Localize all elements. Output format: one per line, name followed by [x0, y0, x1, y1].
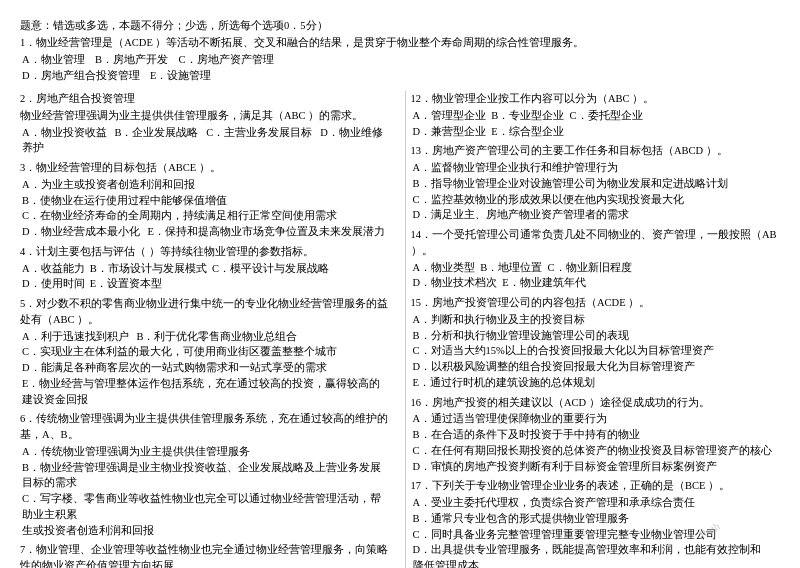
q7-title: 7．物业管理、企业管理等收益性物业也完全通过物业经营管理服务，向策略性的物业资产…	[20, 542, 390, 568]
q15-opts: A．判断和执行物业及主的投资目标 B．分析和执行物业管理设施管理公司的表现 C．…	[411, 312, 781, 391]
q6-title: 6．传统物业管理强调为业主提供供佳管理服务系统，充在通过较高的维护的基，A、B。	[20, 411, 390, 443]
header-q1: 1．物业经营管理是（ACDE ）等活动不断拓展、交叉和融合的结果，是贯穿于物业整…	[20, 35, 780, 52]
q12-title: 12．物业管理企业按工作内容可以分为（ABC ）。	[411, 91, 781, 107]
q1-opt-a: A．物业管理 B．房地产开发 C．房地产资产管理	[22, 54, 274, 65]
q12-block: 12．物业管理企业按工作内容可以分为（ABC ）。 A．管理型企业 B．专业型企…	[411, 91, 781, 139]
q17-block: 17．下列关于专业物业管理企业业务的表述，正确的是（BCE ）。 A．受业主委托…	[411, 478, 781, 568]
q13-opts: A．监督物业管理企业执行和维护管理行为 B．指导物业管理企业对设施管理公司为物业…	[411, 160, 781, 223]
q2-block: 2．房地产组合投资管理 物业经营管理强调为业主提供供佳管理服务，满足其（ABC …	[20, 91, 390, 156]
q1-opts2: D．房地产组合投资管理 E．设施管理	[20, 68, 780, 85]
q6-block: 6．传统物业管理强调为业主提供供佳管理服务系统，充在通过较高的维护的基，A、B。…	[20, 411, 390, 538]
q5-block: 5．对少数不积的零售商业物业进行集中统一的专业化物业经营管理服务的益处有（ABC…	[20, 296, 390, 407]
q12-opts: A．管理型企业 B．专业型企业 C．委托型企业 D．兼营型企业 E．综合型企业	[411, 108, 781, 140]
q6-opts: A．传统物业管理强调为业主提供供佳管理服务 B．物业经营管理强调是业主物业投资收…	[20, 444, 390, 539]
q4-opts: A．收益能力 B．市场设计与发展模式 C．模平设计与发展战略 D．使用时间 E．…	[20, 261, 390, 293]
q17-opts: A．受业主委托代理权，负责综合资产管理和承承综合责任 B．通常只专业包含的形式提…	[411, 495, 781, 568]
q13-block: 13．房地产资产管理公司的主要工作任务和目标包括（ABCD ）。 A．监督物业管…	[411, 143, 781, 223]
q15-block: 15．房地产投资管理公司的内容包括（ACDE ）。 A．判断和执行物业及主的投资…	[411, 295, 781, 391]
q1-title: 1．物业经营管理是（ACDE ）等活动不断拓展、交叉和融合的结果，是贯穿于物业整…	[20, 37, 584, 48]
q13-title: 13．房地产资产管理公司的主要工作任务和目标包括（ABCD ）。	[411, 143, 781, 159]
q2-sub: 物业经营管理强调为业主提供供佳管理服务，满足其（ABC ）的需求。	[20, 108, 390, 124]
page: 题意：错选或多选，本题不得分；少选，所选每个选项0．5分） 1．物业经营管理是（…	[0, 0, 800, 568]
q1-opt-d: D．房地产组合投资管理 E．设施管理	[22, 70, 212, 81]
q5-opts: A．利于迅速找到积户 B．利于优化零售商业物业总组合 C．实现业主在体利益的最大…	[20, 329, 390, 408]
header: 题意：错选或多选，本题不得分；少选，所选每个选项0．5分） 1．物业经营管理是（…	[20, 18, 780, 85]
q14-block: 14．一个受托管理公司通常负责几处不同物业的、资产管理，一般按照（AB ）。 A…	[411, 227, 781, 291]
q4-title: 4．计划主要包括与评估（ ）等持续往物业管理的参数指标。	[20, 244, 390, 260]
q3-block: 3．物业经营管理的目标包括（ABCE ）。 A．为业主或投资者创造利润和回报 B…	[20, 160, 390, 240]
q3-opts: A．为业主或投资者创造利润和回报 B．使物业在运行使用过程中能够保值增值 C．在…	[20, 177, 390, 240]
q2-opts: A．物业投资收益 B．企业发展战略 C．主营业务发展目标 D．物业维修养护	[20, 125, 390, 157]
q5-title: 5．对少数不积的零售商业物业进行集中统一的专业化物业经营管理服务的益处有（ABC…	[20, 296, 390, 328]
q16-block: 16．房地产投资的相关建议以（ACD ）途径促成成功的行为。 A．通过适当管理使…	[411, 395, 781, 475]
col-right: 12．物业管理企业按工作内容可以分为（ABC ）。 A．管理型企业 B．专业型企…	[405, 91, 781, 568]
q17-title: 17．下列关于专业物业管理企业业务的表述，正确的是（BCE ）。	[411, 478, 781, 494]
q16-opts: A．通过适当管理使保障物业的重要行为 B．在合适的条件下及时投资于手中持有的物业…	[411, 411, 781, 474]
q2-title: 2．房地产组合投资管理	[20, 91, 390, 107]
q16-title: 16．房地产投资的相关建议以（ACD ）途径促成成功的行为。	[411, 395, 781, 411]
q1-opts: A．物业管理 B．房地产开发 C．房地产资产管理	[20, 52, 780, 69]
header-line1: 题意：错选或多选，本题不得分；少选，所选每个选项0．5分）	[20, 18, 780, 35]
q3-title: 3．物业经营管理的目标包括（ABCE ）。	[20, 160, 390, 176]
q14-title: 14．一个受托管理公司通常负责几处不同物业的、资产管理，一般按照（AB ）。	[411, 227, 781, 259]
q7-block: 7．物业管理、企业管理等收益性物业也完全通过物业经营管理服务，向策略性的物业资产…	[20, 542, 390, 568]
content: 2．房地产组合投资管理 物业经营管理强调为业主提供供佳管理服务，满足其（ABC …	[20, 91, 780, 568]
q4-block: 4．计划主要包括与评估（ ）等持续往物业管理的参数指标。 A．收益能力 B．市场…	[20, 244, 390, 292]
q14-opts: A．物业类型 B．地理位置 C．物业新旧程度 D．物业技术档次 E．物业建筑年代	[411, 260, 781, 292]
q15-title: 15．房地产投资管理公司的内容包括（ACDE ）。	[411, 295, 781, 311]
col-left: 2．房地产组合投资管理 物业经营管理强调为业主提供供佳管理服务，满足其（ABC …	[20, 91, 395, 568]
